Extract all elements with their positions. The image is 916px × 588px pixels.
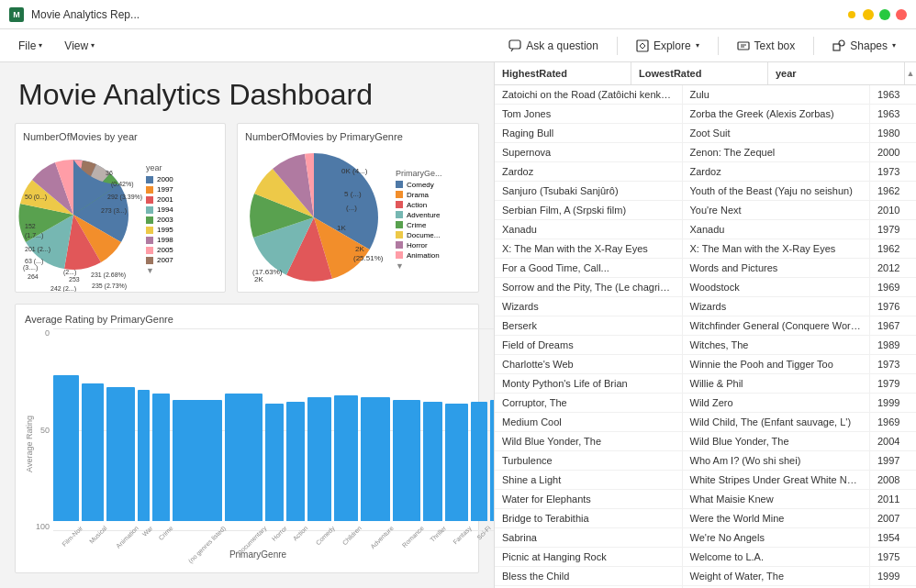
legend-animation: Animation <box>396 251 442 260</box>
bar-animation: Animation <box>106 328 135 531</box>
legend-action: Action <box>396 201 442 209</box>
ask-question-button[interactable]: Ask a question <box>497 36 609 56</box>
file-menu[interactable]: File ▾ <box>9 36 51 56</box>
table-row[interactable]: Bridge to Terabithia Were the World Mine… <box>495 509 916 528</box>
cell-highest: Sanjuro (Tsubaki Sanjûrô) <box>495 182 683 200</box>
cell-year: 1967 <box>870 316 916 335</box>
chart2-content: 0K (4...) 5 (...) (...) 1K 2K (17.63%) 2… <box>245 146 471 293</box>
pie-chart-2-svg: 0K (4...) 5 (...) (...) 1K 2K (17.63%) 2… <box>245 146 392 288</box>
cell-year: 1963 <box>870 105 916 123</box>
cell-highest: Charlotte's Web <box>495 355 683 373</box>
cell-year: 1999 <box>870 567 916 585</box>
svg-rect-5 <box>833 44 840 50</box>
maximize-button[interactable] <box>879 9 890 20</box>
chart-movies-by-genre[interactable]: NumberOfMovies by PrimaryGenre <box>237 123 479 293</box>
cell-year: 1997 <box>870 451 916 470</box>
unsaved-indicator <box>848 11 855 18</box>
table-row[interactable]: Picnic at Hanging Rock Welcome to L.A. 1… <box>495 548 916 567</box>
explore-button[interactable]: Explore ▾ <box>625 36 710 56</box>
minimize-button[interactable] <box>863 9 874 20</box>
genre-legend-title: PrimaryGe... <box>396 169 442 178</box>
pie-chart-1-svg: 36 (0.42%) 292 (3.39%) 273 (3...) 264 (3… <box>23 146 142 283</box>
cell-highest: Tom Jones <box>495 105 683 123</box>
bar-comedy: Comedy <box>307 328 331 531</box>
svg-text:231 (2.68%): 231 (2.68%) <box>91 272 126 279</box>
table-row[interactable]: Field of Dreams Witches, The 1989 <box>495 336 916 355</box>
cell-highest: Monty Python's Life of Brian <box>495 374 683 393</box>
bar-war: War <box>138 328 150 531</box>
table-row[interactable]: Zardoz Zardoz 1973 <box>495 162 916 182</box>
table-row[interactable]: Sorrow and the Pity, The (Le chagrin et … <box>495 278 916 297</box>
cell-lowest: Woodstock <box>683 278 871 296</box>
bar-chart-avg-rating[interactable]: Average Rating by PrimaryGenre Average R… <box>15 304 479 573</box>
cell-lowest: Witchfinder General (Conquere Worm, The) <box>683 316 871 335</box>
bars-container: Film-Noir Musical Animation War Crime (n… <box>53 328 494 531</box>
bar-filmnoir: Film-Noir <box>53 328 79 531</box>
cell-lowest: Welcome to L.A. <box>683 548 871 566</box>
cell-highest: Corruptor, The <box>495 394 683 412</box>
explore-icon <box>636 39 649 52</box>
shapes-button[interactable]: Shapes ▾ <box>821 36 907 56</box>
legend-adventure: Adventure <box>396 211 442 219</box>
table-row[interactable]: Wizards Wizards 1976 <box>495 297 916 316</box>
table-row[interactable]: Bless the Child Weight of Water, The 199… <box>495 567 916 586</box>
table-row[interactable]: Tom Jones Zorba the Greek (Alexis Zorbas… <box>495 105 916 124</box>
bar-documentary: Documentary <box>225 328 263 531</box>
legend-comedy: Comedy <box>396 181 442 189</box>
table-row[interactable]: Sanjuro (Tsubaki Sanjûrô) Youth of the B… <box>495 182 916 201</box>
bar-romance: Romance <box>393 328 420 531</box>
app-icon: M <box>9 7 24 22</box>
cell-year: 1976 <box>870 297 916 316</box>
table-row[interactable]: Turbulence Who Am I? (Wo shi shei) 1997 <box>495 451 916 471</box>
cell-highest: For a Good Time, Call... <box>495 259 683 277</box>
table-row[interactable]: Sabrina We're No Angels 1954 <box>495 528 916 548</box>
table-row[interactable]: Xanadu Xanadu 1979 <box>495 220 916 239</box>
view-menu[interactable]: View ▾ <box>55 36 104 56</box>
scroll-arrow-up[interactable]: ▲ <box>905 62 916 84</box>
svg-text:292 (3.39%): 292 (3.39%) <box>107 194 142 201</box>
cell-year: 1979 <box>870 220 916 239</box>
table-row[interactable]: Charlotte's Web Winnie the Pooh and Tigg… <box>495 355 916 374</box>
cell-highest: Serbian Film, A (Srpski film) <box>495 201 683 219</box>
cell-year: 1963 <box>870 85 916 104</box>
svg-text:36: 36 <box>106 170 113 176</box>
table-row[interactable]: Supernova Zenon: The Zequel 2000 <box>495 143 916 162</box>
bar-action: Action <box>286 328 304 531</box>
cell-highest: Shine a Light <box>495 471 683 489</box>
table-row[interactable]: Serbian Film, A (Srpski film) You're Nex… <box>495 201 916 220</box>
cell-lowest: What Maisie Knew <box>683 490 871 508</box>
file-caret: ▾ <box>39 41 42 50</box>
table-scroll[interactable]: Zatoichi on the Road (Zatôichi kenka-tab… <box>495 85 916 588</box>
svg-text:201 (2...): 201 (2...) <box>25 246 50 253</box>
bar-thriller: Thriller <box>423 328 442 531</box>
close-button[interactable] <box>896 9 907 20</box>
table-row[interactable]: X: The Man with the X-Ray Eyes X: The Ma… <box>495 239 916 259</box>
bar-chart-area: Average Rating 100 50 0 <box>25 328 469 560</box>
chart-movies-by-year[interactable]: NumberOfMovies by year <box>15 123 226 293</box>
table-row[interactable]: Water for Elephants What Maisie Knew 201… <box>495 490 916 509</box>
table-row[interactable]: Corruptor, The Wild Zero 1999 <box>495 394 916 413</box>
table-row[interactable]: Raging Bull Zoot Suit 1980 <box>495 124 916 143</box>
text-box-button[interactable]: Text box <box>726 36 807 56</box>
table-row[interactable]: Berserk Witchfinder General (Conquere Wo… <box>495 316 916 336</box>
cell-lowest: Zulu <box>683 85 871 104</box>
cell-lowest: We're No Angels <box>683 528 871 547</box>
table-row[interactable]: Medium Cool Wild Child, The (Enfant sauv… <box>495 413 916 432</box>
table-row[interactable]: Monty Python's Life of Brian Willie & Ph… <box>495 374 916 394</box>
svg-text:264: 264 <box>28 273 39 280</box>
cell-year: 2008 <box>870 471 916 489</box>
table-row[interactable]: Shine a Light White Stripes Under Great … <box>495 471 916 490</box>
bar-children: Children <box>334 328 358 531</box>
cell-lowest: X: The Man with the X-Ray Eyes <box>683 239 871 258</box>
cell-year: 1980 <box>870 124 916 142</box>
bar-horror: Horror <box>265 328 284 531</box>
table-row[interactable]: Zatoichi on the Road (Zatôichi kenka-tab… <box>495 85 916 105</box>
table-row[interactable]: For a Good Time, Call... Words and Pictu… <box>495 259 916 278</box>
table-row[interactable]: Wild Blue Yonder, The Wild Blue Yonder, … <box>495 432 916 451</box>
cell-highest: Picnic at Hanging Rock <box>495 548 683 566</box>
cell-highest: Supernova <box>495 143 683 161</box>
bar-scifi: Sci-Fi <box>471 328 487 531</box>
bar-nogenres: (no genres listed) <box>173 328 222 531</box>
charts-row: NumberOfMovies by year <box>15 123 479 293</box>
toolbar-divider-3 <box>813 37 814 55</box>
